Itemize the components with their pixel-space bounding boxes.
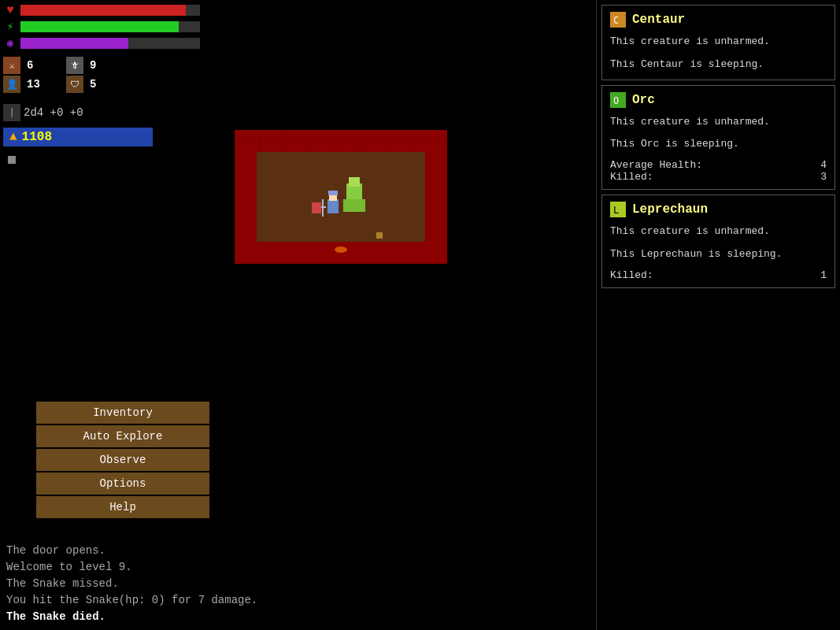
svg-rect-5 — [235, 130, 257, 264]
orc-killed-label: Killed: — [610, 171, 653, 183]
centaur-icon: C — [610, 12, 626, 28]
orc-killed-value: 3 — [820, 171, 827, 183]
msg-3: The Snake missed. — [6, 576, 545, 592]
leprechaun-stats: Killed: 1 — [610, 269, 827, 281]
xp-bar-row: ◉ — [3, 36, 200, 50]
weapon-row: | 2d4 +0 +0 — [3, 104, 83, 121]
msg-4: You hit the Snake(hp: 0) for 7 damage. — [6, 592, 545, 609]
game-map — [219, 114, 463, 280]
svg-rect-35 — [376, 232, 383, 239]
weapon-label: 2d4 +0 +0 — [24, 106, 83, 119]
armor-value: 9 — [90, 57, 128, 74]
leprechaun-icon: L — [610, 202, 626, 217]
weapon-icon: | — [3, 104, 20, 121]
svg-rect-25 — [327, 199, 339, 213]
shield-icon: 🛡 — [66, 76, 83, 93]
centaur-desc1: This creature is unharmed. — [610, 34, 827, 50]
msg-1: The door opens. — [6, 543, 545, 559]
orc-avg-health-line: Average Health: 4 — [610, 159, 827, 171]
leprechaun-killed-line: Killed: 1 — [610, 269, 827, 281]
body-value: 13 — [27, 76, 65, 93]
leprechaun-card: L Leprechaun This creature is unharmed. … — [601, 195, 835, 288]
bolt-icon: ⚡ — [3, 20, 17, 34]
armor-icon: 🗡 — [66, 57, 83, 74]
hp-bar-fill — [20, 5, 186, 16]
orc-card: O Orc This creature is unharmed. This Or… — [601, 85, 835, 191]
help-button[interactable]: Help — [36, 496, 209, 518]
orc-stats: Average Health: 4 Killed: 3 — [610, 159, 827, 183]
heart-icon: ♥ — [3, 3, 17, 17]
msg-5: The Snake died. — [6, 609, 545, 625]
orc-name: Orc — [632, 93, 655, 107]
orc-desc2: This Orc is sleeping. — [610, 136, 827, 153]
svg-text:C: C — [613, 15, 619, 26]
options-button[interactable]: Options — [36, 472, 209, 495]
svg-text:O: O — [613, 95, 619, 106]
svg-rect-32 — [343, 199, 365, 212]
leprechaun-killed-label: Killed: — [610, 269, 653, 281]
orc-icon: O — [610, 92, 626, 108]
attr-grid: ⚔ 6 🗡 9 👤 13 🛡 5 — [3, 57, 128, 93]
msg-2: Welcome to level 9. — [6, 559, 545, 576]
orc-header: O Orc — [610, 92, 827, 108]
svg-text:L: L — [613, 205, 619, 216]
mp-bar-fill — [20, 21, 179, 32]
leprechaun-name: Leprechaun — [632, 202, 708, 217]
orc-killed-line: Killed: 3 — [610, 171, 827, 183]
message-log: The door opens. Welcome to level 9. The … — [0, 538, 551, 630]
inventory-button[interactable]: Inventory — [36, 402, 209, 424]
svg-rect-6 — [425, 130, 447, 264]
gold-icon: ▲ — [9, 130, 17, 144]
centaur-header: C Centaur — [610, 12, 827, 28]
observe-button[interactable]: Observe — [36, 449, 209, 471]
menu-panel: Inventory Auto Explore Observe Options H… — [36, 402, 209, 518]
orc-desc1: This creature is unharmed. — [610, 114, 827, 131]
svg-rect-33 — [312, 202, 321, 213]
xp-bar-fill — [20, 38, 128, 49]
leprechaun-header: L Leprechaun — [610, 202, 827, 217]
hp-bar-row: ♥ — [3, 3, 200, 17]
gold-value: 1108 — [22, 130, 52, 144]
right-panel: C Centaur This creature is unharmed. Thi… — [596, 0, 840, 630]
svg-rect-27 — [328, 191, 338, 195]
small-indicator — [8, 156, 16, 164]
mp-bar-bg — [20, 21, 200, 32]
str-icon: ⚔ — [3, 57, 20, 74]
orc-avg-health-label: Average Health: — [610, 159, 702, 171]
centaur-desc2: This Centaur is sleeping. — [610, 57, 827, 73]
orb-icon: ◉ — [3, 36, 17, 50]
stats-panel: ♥ ⚡ ◉ — [3, 3, 200, 53]
shield-value: 5 — [90, 76, 128, 93]
svg-rect-31 — [349, 177, 360, 187]
str-value: 6 — [27, 57, 65, 74]
leprechaun-desc1: This creature is unharmed. — [610, 224, 827, 240]
svg-point-34 — [335, 246, 347, 253]
orc-avg-health-value: 4 — [820, 159, 827, 171]
xp-bar-bg — [20, 38, 200, 49]
body-icon: 👤 — [3, 76, 20, 93]
centaur-name: Centaur — [632, 13, 685, 27]
auto-explore-button[interactable]: Auto Explore — [36, 425, 209, 447]
leprechaun-desc2: This Leprechaun is sleeping. — [610, 246, 827, 263]
hp-bar-bg — [20, 5, 200, 16]
leprechaun-killed-value: 1 — [820, 269, 827, 281]
mp-bar-row: ⚡ — [3, 20, 200, 34]
gold-row: ▲ 1108 — [3, 128, 153, 146]
centaur-card: C Centaur This creature is unharmed. Thi… — [601, 5, 835, 80]
